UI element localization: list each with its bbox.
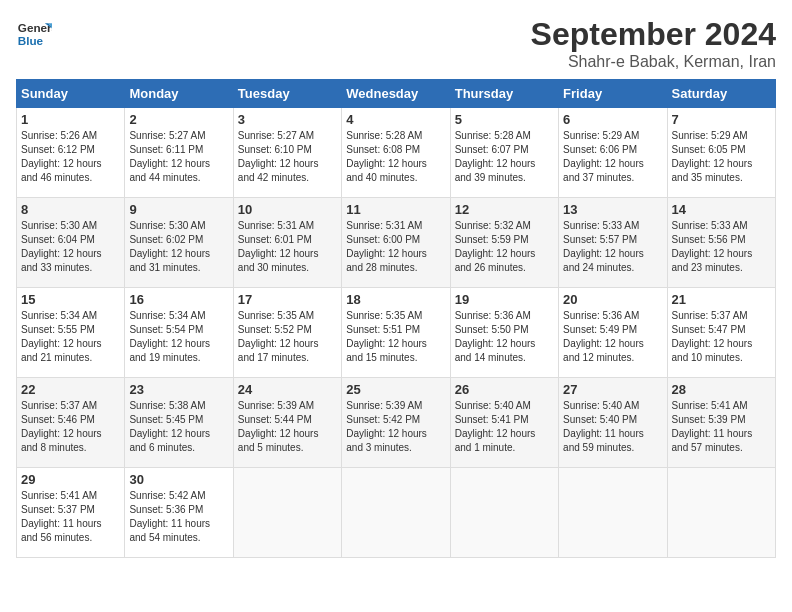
cell-content: Sunrise: 5:33 AMSunset: 5:57 PMDaylight:… [563,219,662,275]
calendar-body: 1Sunrise: 5:26 AMSunset: 6:12 PMDaylight… [17,108,776,558]
header-row: SundayMondayTuesdayWednesdayThursdayFrid… [17,80,776,108]
cell-content: Sunrise: 5:27 AMSunset: 6:11 PMDaylight:… [129,129,228,185]
logo: General Blue [16,16,52,52]
calendar-cell: 4Sunrise: 5:28 AMSunset: 6:08 PMDaylight… [342,108,450,198]
cell-content: Sunrise: 5:27 AMSunset: 6:10 PMDaylight:… [238,129,337,185]
day-number: 18 [346,292,445,307]
calendar-cell: 9Sunrise: 5:30 AMSunset: 6:02 PMDaylight… [125,198,233,288]
header-cell-thursday: Thursday [450,80,558,108]
day-number: 19 [455,292,554,307]
day-number: 2 [129,112,228,127]
day-number: 6 [563,112,662,127]
day-number: 10 [238,202,337,217]
day-number: 25 [346,382,445,397]
week-row-3: 22Sunrise: 5:37 AMSunset: 5:46 PMDayligh… [17,378,776,468]
calendar-cell [667,468,775,558]
svg-text:Blue: Blue [18,34,44,47]
calendar-cell: 14Sunrise: 5:33 AMSunset: 5:56 PMDayligh… [667,198,775,288]
calendar-cell: 7Sunrise: 5:29 AMSunset: 6:05 PMDaylight… [667,108,775,198]
calendar-cell: 29Sunrise: 5:41 AMSunset: 5:37 PMDayligh… [17,468,125,558]
day-number: 1 [21,112,120,127]
day-number: 17 [238,292,337,307]
cell-content: Sunrise: 5:31 AMSunset: 6:00 PMDaylight:… [346,219,445,275]
day-number: 21 [672,292,771,307]
calendar-cell: 20Sunrise: 5:36 AMSunset: 5:49 PMDayligh… [559,288,667,378]
calendar-cell: 8Sunrise: 5:30 AMSunset: 6:04 PMDaylight… [17,198,125,288]
calendar-cell: 16Sunrise: 5:34 AMSunset: 5:54 PMDayligh… [125,288,233,378]
calendar-cell: 21Sunrise: 5:37 AMSunset: 5:47 PMDayligh… [667,288,775,378]
cell-content: Sunrise: 5:31 AMSunset: 6:01 PMDaylight:… [238,219,337,275]
header-cell-sunday: Sunday [17,80,125,108]
calendar-cell [559,468,667,558]
calendar-cell: 17Sunrise: 5:35 AMSunset: 5:52 PMDayligh… [233,288,341,378]
cell-content: Sunrise: 5:38 AMSunset: 5:45 PMDaylight:… [129,399,228,455]
cell-content: Sunrise: 5:41 AMSunset: 5:39 PMDaylight:… [672,399,771,455]
cell-content: Sunrise: 5:26 AMSunset: 6:12 PMDaylight:… [21,129,120,185]
calendar-cell: 28Sunrise: 5:41 AMSunset: 5:39 PMDayligh… [667,378,775,468]
day-number: 20 [563,292,662,307]
cell-content: Sunrise: 5:28 AMSunset: 6:07 PMDaylight:… [455,129,554,185]
svg-text:General: General [18,21,52,34]
cell-content: Sunrise: 5:37 AMSunset: 5:47 PMDaylight:… [672,309,771,365]
calendar-cell [233,468,341,558]
header-cell-friday: Friday [559,80,667,108]
header-cell-saturday: Saturday [667,80,775,108]
calendar-cell: 25Sunrise: 5:39 AMSunset: 5:42 PMDayligh… [342,378,450,468]
week-row-2: 15Sunrise: 5:34 AMSunset: 5:55 PMDayligh… [17,288,776,378]
calendar-cell: 3Sunrise: 5:27 AMSunset: 6:10 PMDaylight… [233,108,341,198]
calendar-cell: 26Sunrise: 5:40 AMSunset: 5:41 PMDayligh… [450,378,558,468]
calendar-cell: 19Sunrise: 5:36 AMSunset: 5:50 PMDayligh… [450,288,558,378]
calendar-cell: 27Sunrise: 5:40 AMSunset: 5:40 PMDayligh… [559,378,667,468]
day-number: 15 [21,292,120,307]
cell-content: Sunrise: 5:41 AMSunset: 5:37 PMDaylight:… [21,489,120,545]
calendar-cell: 6Sunrise: 5:29 AMSunset: 6:06 PMDaylight… [559,108,667,198]
day-number: 22 [21,382,120,397]
cell-content: Sunrise: 5:32 AMSunset: 5:59 PMDaylight:… [455,219,554,275]
cell-content: Sunrise: 5:40 AMSunset: 5:41 PMDaylight:… [455,399,554,455]
calendar-cell: 13Sunrise: 5:33 AMSunset: 5:57 PMDayligh… [559,198,667,288]
cell-content: Sunrise: 5:34 AMSunset: 5:55 PMDaylight:… [21,309,120,365]
calendar-cell: 22Sunrise: 5:37 AMSunset: 5:46 PMDayligh… [17,378,125,468]
header-cell-wednesday: Wednesday [342,80,450,108]
cell-content: Sunrise: 5:29 AMSunset: 6:06 PMDaylight:… [563,129,662,185]
week-row-4: 29Sunrise: 5:41 AMSunset: 5:37 PMDayligh… [17,468,776,558]
calendar-cell [342,468,450,558]
header-cell-tuesday: Tuesday [233,80,341,108]
cell-content: Sunrise: 5:35 AMSunset: 5:51 PMDaylight:… [346,309,445,365]
day-number: 29 [21,472,120,487]
day-number: 8 [21,202,120,217]
cell-content: Sunrise: 5:34 AMSunset: 5:54 PMDaylight:… [129,309,228,365]
month-title: September 2024 [531,16,776,53]
calendar-cell: 11Sunrise: 5:31 AMSunset: 6:00 PMDayligh… [342,198,450,288]
cell-content: Sunrise: 5:30 AMSunset: 6:02 PMDaylight:… [129,219,228,275]
title-area: September 2024 Shahr-e Babak, Kerman, Ir… [531,16,776,71]
cell-content: Sunrise: 5:40 AMSunset: 5:40 PMDaylight:… [563,399,662,455]
calendar-cell: 10Sunrise: 5:31 AMSunset: 6:01 PMDayligh… [233,198,341,288]
cell-content: Sunrise: 5:37 AMSunset: 5:46 PMDaylight:… [21,399,120,455]
week-row-1: 8Sunrise: 5:30 AMSunset: 6:04 PMDaylight… [17,198,776,288]
calendar-cell [450,468,558,558]
day-number: 4 [346,112,445,127]
day-number: 27 [563,382,662,397]
cell-content: Sunrise: 5:28 AMSunset: 6:08 PMDaylight:… [346,129,445,185]
calendar-cell: 30Sunrise: 5:42 AMSunset: 5:36 PMDayligh… [125,468,233,558]
cell-content: Sunrise: 5:39 AMSunset: 5:42 PMDaylight:… [346,399,445,455]
calendar-cell: 12Sunrise: 5:32 AMSunset: 5:59 PMDayligh… [450,198,558,288]
day-number: 26 [455,382,554,397]
day-number: 30 [129,472,228,487]
calendar-cell: 5Sunrise: 5:28 AMSunset: 6:07 PMDaylight… [450,108,558,198]
day-number: 14 [672,202,771,217]
cell-content: Sunrise: 5:36 AMSunset: 5:49 PMDaylight:… [563,309,662,365]
logo-icon: General Blue [16,16,52,52]
calendar-cell: 2Sunrise: 5:27 AMSunset: 6:11 PMDaylight… [125,108,233,198]
day-number: 9 [129,202,228,217]
day-number: 7 [672,112,771,127]
location-title: Shahr-e Babak, Kerman, Iran [531,53,776,71]
calendar-header: SundayMondayTuesdayWednesdayThursdayFrid… [17,80,776,108]
header-cell-monday: Monday [125,80,233,108]
calendar-cell: 18Sunrise: 5:35 AMSunset: 5:51 PMDayligh… [342,288,450,378]
day-number: 13 [563,202,662,217]
calendar-table: SundayMondayTuesdayWednesdayThursdayFrid… [16,79,776,558]
calendar-cell: 15Sunrise: 5:34 AMSunset: 5:55 PMDayligh… [17,288,125,378]
day-number: 11 [346,202,445,217]
